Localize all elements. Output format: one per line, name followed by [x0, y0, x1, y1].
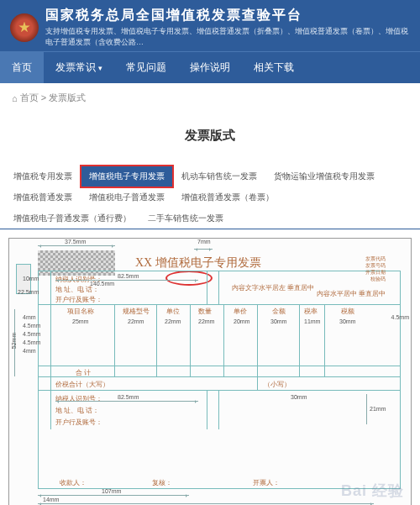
total-section: 价税合计（大写） （小写）	[39, 377, 400, 391]
tab-vat-special[interactable]: 增值税专用发票	[5, 166, 81, 187]
nav-knowledge[interactable]: 发票常识▾	[44, 52, 114, 83]
tab-vat-ordinary[interactable]: 增值税普通发票	[5, 187, 81, 208]
seller-section: 纳税人识别号： 地 址、电 话： 开户行及账号： 82.5mm 21mm 30m…	[39, 391, 400, 429]
tab-vehicle[interactable]: 机动车销售统一发票	[173, 166, 265, 187]
nav-download[interactable]: 相关下载	[242, 52, 306, 83]
invoice-sheet: 纳税人识别号： 地 址、电 话： 开户行及账号： 82.5mm 内容文字水平居左…	[38, 271, 401, 489]
breadcrumb-current: 发票版式	[49, 92, 86, 103]
tab-vat-e-special[interactable]: 增值税电子专用发票	[81, 166, 173, 187]
nav-faq[interactable]: 常见问题	[114, 52, 178, 83]
page-title: 发票版式	[0, 113, 420, 166]
chevron-down-icon: ▾	[98, 64, 102, 72]
invoice-title: XX 增值税电子专用发票	[135, 255, 261, 271]
breadcrumb: ⌂ 首页 > 发票版式	[0, 83, 420, 113]
dim-top-left	[38, 245, 115, 246]
app-header: 国家税务总局全国增值税发票查验平台 支持增值税专用发票、增值税电子专用发票、增值…	[0, 0, 420, 51]
tab-used-car[interactable]: 二手车销售统一发票	[139, 208, 232, 229]
nav-guide[interactable]: 操作说明	[178, 52, 242, 83]
tab-freight[interactable]: 货物运输业增值税专用发票	[265, 166, 383, 187]
breadcrumb-home[interactable]: 首页	[20, 92, 39, 103]
home-icon: ⌂	[12, 93, 18, 103]
buyer-section: 纳税人识别号： 地 址、电 话： 开户行及账号： 82.5mm 内容文字水平居左…	[39, 271, 400, 305]
tab-vat-roll[interactable]: 增值税普通发票（卷票）	[173, 187, 282, 208]
dim-top-gap	[194, 249, 213, 250]
tax-emblem-icon	[10, 13, 39, 42]
watermark: Bai 经验	[341, 481, 404, 501]
tab-vat-e-ordinary[interactable]: 增值税电子普通发票	[81, 187, 173, 208]
app-title: 国家税务总局全国增值税发票查验平台	[45, 7, 410, 24]
nav-home[interactable]: 首页	[0, 52, 44, 83]
invoice-layout-diagram: XX 增值税电子专用发票 37.5mm 7mm 140.5mm 纳税人识别号： …	[8, 238, 412, 505]
app-subtitle: 支持增值税专用发票、增值税电子专用发票、增值税普通发票（折叠票）、增值税普通发票…	[45, 26, 410, 48]
items-section: 项目名称 规格型号 单位 数量 单价 金额 税率 税额 25mm 22mm 22…	[39, 305, 400, 377]
main-nav: 首页 发票常识▾ 常见问题 操作说明 相关下载	[0, 51, 420, 83]
invoice-type-tabs: 增值税专用发票 增值税电子专用发票 机动车销售统一发票 货物运输业增值税专用发票…	[0, 166, 420, 229]
tab-vat-e-toll[interactable]: 增值税电子普通发票（通行费）	[5, 208, 139, 229]
